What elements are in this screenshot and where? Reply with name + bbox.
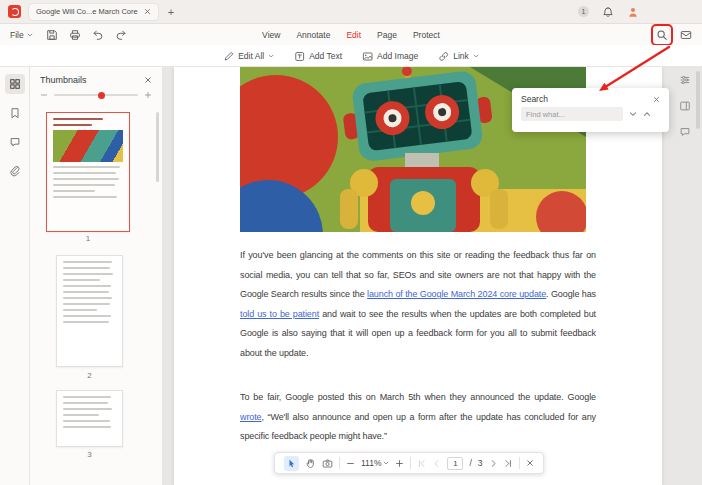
snapshot-tool-button[interactable] bbox=[322, 458, 333, 469]
edit-all-button[interactable]: Edit All bbox=[223, 51, 274, 62]
close-panel-icon[interactable] bbox=[144, 76, 152, 84]
slider-thumb[interactable] bbox=[98, 92, 105, 99]
thumbnails-scrollbar[interactable] bbox=[156, 112, 159, 182]
tab-page[interactable]: Page bbox=[377, 30, 397, 40]
zoom-out-thumbs-button[interactable] bbox=[40, 91, 48, 99]
first-page-button[interactable] bbox=[417, 459, 426, 468]
paperclip-icon bbox=[9, 165, 21, 177]
menubar: File View Annotate Edit Page Protect bbox=[0, 24, 702, 45]
thumbnail-page-number: 3 bbox=[56, 450, 123, 459]
page-thumbnail-2[interactable] bbox=[56, 255, 123, 367]
tab-edit[interactable]: Edit bbox=[346, 30, 361, 40]
select-tool-button[interactable] bbox=[284, 456, 299, 471]
search-button[interactable] bbox=[654, 27, 670, 43]
close-toolbar-icon[interactable] bbox=[526, 459, 534, 467]
paragraph-text: . Google has bbox=[546, 289, 596, 299]
app-logo-icon bbox=[8, 5, 21, 18]
status-toolbar: 111% 1 / 3 bbox=[274, 452, 544, 474]
left-panel-strip bbox=[0, 67, 30, 485]
chevron-down-icon bbox=[383, 460, 389, 466]
current-page-input[interactable]: 1 bbox=[447, 457, 463, 470]
link-button[interactable]: Link bbox=[438, 51, 479, 62]
add-text-label: Add Text bbox=[309, 51, 342, 61]
hand-icon bbox=[305, 458, 316, 469]
zoom-in-button[interactable] bbox=[395, 459, 404, 468]
link-icon bbox=[438, 51, 449, 62]
link-label: Link bbox=[453, 51, 469, 61]
file-menu-label: File bbox=[10, 30, 24, 40]
new-tab-button[interactable]: + bbox=[168, 6, 174, 18]
right-panel-strip bbox=[679, 74, 691, 138]
file-menu-button[interactable]: File bbox=[10, 30, 33, 40]
document-paragraph-2: To be fair, Google posted this on March … bbox=[240, 388, 596, 447]
document-link[interactable]: launch of the Google March 2024 core upd… bbox=[367, 289, 546, 299]
thumbnails-panel: Thumbnails 1 2 bbox=[30, 67, 163, 485]
document-scrollbar[interactable] bbox=[696, 71, 700, 129]
page-thumbnail-1[interactable] bbox=[46, 112, 130, 232]
avatar-icon[interactable] bbox=[627, 6, 639, 18]
cursor-icon bbox=[286, 458, 297, 469]
chevron-down-icon bbox=[27, 32, 33, 38]
previous-page-button[interactable] bbox=[432, 459, 441, 468]
hand-tool-button[interactable] bbox=[305, 458, 316, 469]
zoom-level[interactable]: 111% bbox=[361, 458, 389, 468]
document-link[interactable]: wrote bbox=[240, 412, 262, 422]
tab-protect[interactable]: Protect bbox=[413, 30, 440, 40]
bookmarks-panel-button[interactable] bbox=[5, 103, 25, 123]
search-popup: Search bbox=[512, 88, 669, 132]
thumbnail-size-slider[interactable] bbox=[54, 94, 138, 96]
save-icon[interactable] bbox=[46, 29, 58, 41]
bookmark-icon bbox=[9, 107, 21, 119]
zoom-value: 111% bbox=[361, 458, 381, 468]
comment-icon bbox=[9, 136, 21, 148]
tab-view[interactable]: View bbox=[262, 30, 280, 40]
comments-sidebar-icon[interactable] bbox=[679, 126, 691, 138]
image-icon bbox=[362, 51, 373, 62]
notification-badge[interactable]: 1 bbox=[578, 6, 589, 17]
paragraph-text: To be fair, Google posted this on March … bbox=[240, 392, 596, 402]
chevron-down-icon bbox=[473, 53, 479, 59]
properties-panel-icon[interactable] bbox=[679, 74, 691, 86]
add-image-button[interactable]: Add Image bbox=[362, 51, 418, 62]
comments-panel-button[interactable] bbox=[5, 132, 25, 152]
zoom-in-thumbs-button[interactable] bbox=[144, 91, 152, 99]
next-page-button[interactable] bbox=[489, 459, 498, 468]
thumbnail-image bbox=[53, 130, 123, 162]
redo-icon[interactable] bbox=[115, 29, 127, 41]
last-page-button[interactable] bbox=[504, 459, 513, 468]
undo-icon[interactable] bbox=[92, 29, 104, 41]
chevron-down-icon bbox=[268, 53, 274, 59]
tab-close-icon[interactable] bbox=[144, 8, 151, 15]
document-paragraph-1: If you've been glancing at the comments … bbox=[240, 246, 596, 363]
grid-icon bbox=[9, 78, 21, 90]
thumbnails-panel-button[interactable] bbox=[5, 74, 25, 94]
add-text-button[interactable]: Add Text bbox=[294, 51, 342, 62]
search-next-chevron-down-icon[interactable] bbox=[629, 110, 637, 118]
add-image-label: Add Image bbox=[377, 51, 418, 61]
layout-panel-icon[interactable] bbox=[679, 100, 691, 112]
total-pages: 3 bbox=[478, 458, 483, 468]
annotation-search-highlight bbox=[651, 24, 673, 46]
page-thumbnail-3[interactable] bbox=[56, 390, 123, 447]
thumbnail-page-number: 2 bbox=[56, 371, 123, 380]
bell-icon[interactable] bbox=[602, 6, 614, 18]
attachments-panel-button[interactable] bbox=[5, 161, 25, 181]
text-tool-icon bbox=[294, 51, 305, 62]
titlebar-right: 1 bbox=[578, 6, 639, 18]
search-input[interactable] bbox=[521, 107, 623, 121]
search-prev-chevron-up-icon[interactable] bbox=[643, 110, 651, 118]
document-link[interactable]: told us to be patient bbox=[240, 309, 319, 319]
mail-icon[interactable] bbox=[680, 29, 692, 41]
document-tab-title: Google Will Co...e March Core bbox=[36, 7, 138, 16]
thumbnail-page-number: 1 bbox=[46, 234, 130, 243]
tab-annotate[interactable]: Annotate bbox=[296, 30, 330, 40]
document-tab[interactable]: Google Will Co...e March Core bbox=[28, 3, 159, 21]
print-icon[interactable] bbox=[69, 29, 81, 41]
camera-icon bbox=[322, 458, 333, 469]
zoom-out-button[interactable] bbox=[346, 459, 355, 468]
thumbnails-title: Thumbnails bbox=[40, 75, 87, 85]
search-close-icon[interactable] bbox=[653, 96, 660, 103]
paragraph-text: , “We'll also announce and open up a for… bbox=[240, 412, 596, 442]
page-separator: / bbox=[469, 458, 471, 468]
pencil-icon bbox=[223, 51, 234, 62]
